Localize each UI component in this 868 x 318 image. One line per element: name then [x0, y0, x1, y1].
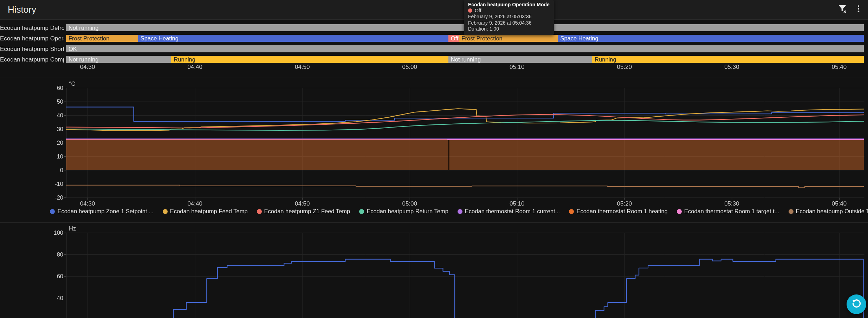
legend-color-dot — [359, 209, 364, 214]
temp-chart-unit: °C — [69, 80, 76, 87]
legend-label: Ecodan heatpump Return Temp — [367, 208, 448, 215]
legend-color-dot — [789, 209, 793, 214]
filter-remove-icon — [837, 4, 847, 15]
time-tick-label: 05:10 — [501, 200, 533, 207]
y-tick-label: 40 — [0, 112, 63, 119]
remove-filter-button[interactable] — [836, 3, 849, 16]
y-tick-label: 50 — [0, 98, 63, 105]
legend-label: Ecodan thermostat Room 1 current... — [465, 208, 560, 215]
timeline-segment[interactable]: Space Heating — [138, 35, 448, 42]
section-divider-1 — [0, 78, 868, 78]
legend-item[interactable]: Ecodan thermostat Room 1 target t... — [677, 208, 779, 215]
y-tick-label: 40 — [0, 295, 63, 301]
legend-color-dot — [163, 209, 168, 214]
history-page: History Ecodan heatpump DefrostNot runni… — [0, 0, 868, 318]
legend-label: Ecodan heatpump Zone 1 Setpoint ... — [57, 208, 153, 215]
time-tick-label: 05:30 — [716, 200, 747, 207]
time-tick-label: 04:40 — [179, 64, 211, 71]
time-tick-label: 05:10 — [501, 64, 533, 71]
refresh-icon — [851, 298, 862, 310]
overflow-menu-button[interactable] — [852, 3, 865, 16]
y-tick-label: 60 — [0, 273, 63, 280]
timeline-segment[interactable]: OK — [66, 45, 864, 52]
time-tick-label: 05:40 — [823, 64, 855, 71]
legend-color-dot — [50, 209, 55, 214]
time-tick-label: 05:20 — [609, 64, 640, 71]
y-tick-label: 100 — [0, 229, 63, 236]
tooltip-state: Off — [475, 8, 481, 13]
timeline-segment[interactable]: Running — [592, 56, 864, 63]
time-tick-label: 05:00 — [394, 64, 426, 71]
legend-color-dot — [257, 209, 262, 214]
time-tick-label: 05:00 — [394, 200, 426, 207]
time-tick-label: 05:20 — [609, 200, 640, 207]
legend-label: Ecodan heatpump Outside Temp — [796, 208, 868, 215]
timeline-segment[interactable]: Frost Protection — [459, 35, 558, 42]
refresh-fab-button[interactable] — [847, 294, 866, 314]
legend-label: Ecodan heatpump Z1 Feed Temp — [264, 208, 350, 215]
legend-item[interactable]: Ecodan heatpump Return Temp — [359, 208, 448, 215]
legend-color-dot — [458, 209, 462, 214]
chart-legend: Ecodan heatpump Zone 1 Setpoint ...Ecoda… — [66, 208, 864, 215]
legend-label: Ecodan heatpump Feed Temp — [170, 208, 248, 215]
time-tick-label: 04:50 — [286, 200, 318, 207]
legend-color-dot — [569, 209, 574, 214]
legend-label: Ecodan thermostat Room 1 target t... — [684, 208, 779, 215]
state-color-dot — [468, 8, 472, 13]
timeline-row-label: Ecodan heatpump Compressor — [0, 56, 64, 63]
timeline-segment[interactable]: Running — [171, 56, 448, 63]
y-tick-label: -10 — [0, 181, 63, 187]
header-divider — [0, 19, 868, 20]
tooltip-end-time: February 9, 2026 at 05:04:36 — [468, 20, 550, 26]
tooltip-duration: Duration: 1:00 — [468, 26, 550, 32]
timeline-segment[interactable]: Not running — [66, 56, 171, 63]
tooltip-start-time: February 9, 2026 at 05:03:36 — [468, 14, 550, 20]
timeline-segment[interactable]: Off — [448, 35, 459, 42]
y-tick-label: 30 — [0, 126, 63, 132]
time-tick-label: 04:40 — [179, 200, 211, 207]
legend-color-dot — [677, 209, 682, 214]
legend-item[interactable]: Ecodan heatpump Zone 1 Setpoint ... — [50, 208, 153, 215]
kebab-menu-icon — [854, 4, 863, 15]
timeline-segment[interactable]: Space Heating — [558, 35, 864, 42]
tooltip-title: Ecodan heatpump Operation Mode — [468, 2, 550, 8]
legend-item[interactable]: Ecodan heatpump Outside Temp — [789, 208, 868, 215]
legend-item[interactable]: Ecodan thermostat Room 1 current... — [458, 208, 560, 215]
legend-item[interactable]: Ecodan thermostat Room 1 heating — [569, 208, 668, 215]
time-tick-label: 04:30 — [72, 64, 103, 71]
y-tick-label: 80 — [0, 251, 63, 258]
page-title: History — [8, 4, 36, 15]
y-tick-label: 0 — [0, 167, 63, 174]
tooltip-state-line: Off — [468, 8, 550, 14]
timeline-row-label: Ecodan heatpump Operation Mo... — [0, 35, 64, 42]
timeline-row-label: Ecodan heatpump Defrost — [0, 25, 64, 32]
time-tick-label: 05:40 — [823, 200, 855, 207]
legend-label: Ecodan thermostat Room 1 heating — [576, 208, 668, 215]
timeline-segment[interactable]: Frost Protection — [66, 35, 138, 42]
timeline-segment[interactable]: Not running — [448, 56, 592, 63]
y-tick-label: 20 — [0, 139, 63, 146]
app-header: History — [0, 0, 868, 19]
section-divider-2 — [0, 222, 868, 223]
timeline-tooltip: Ecodan heatpump Operation Mode Off Febru… — [464, 0, 554, 35]
legend-item[interactable]: Ecodan heatpump Feed Temp — [163, 208, 248, 215]
time-tick-label: 05:30 — [716, 64, 747, 71]
legend-item[interactable]: Ecodan heatpump Z1 Feed Temp — [257, 208, 350, 215]
y-tick-label: -20 — [0, 194, 63, 201]
y-tick-label: 10 — [0, 153, 63, 160]
timeline-row-label: Ecodan heatpump Short-Cycle: L... — [0, 46, 64, 53]
time-tick-label: 04:50 — [286, 64, 318, 71]
y-tick-label: 60 — [0, 85, 63, 91]
time-tick-label: 04:30 — [72, 200, 103, 207]
hz-chart-unit: Hz — [69, 225, 76, 232]
